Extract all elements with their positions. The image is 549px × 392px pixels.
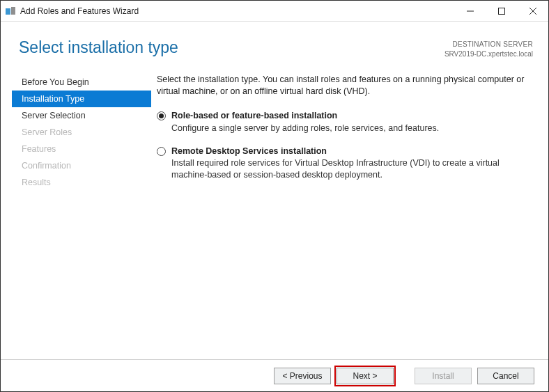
previous-button[interactable]: < Previous	[274, 368, 331, 384]
svg-rect-3	[498, 8, 504, 14]
option-title: Remote Desktop Services installation	[171, 146, 533, 157]
main-content: Select the installation type. You can in…	[151, 74, 533, 192]
body: Before You Begin Installation Type Serve…	[1, 65, 548, 192]
sidebar-item-results: Results	[12, 174, 151, 191]
destination-block: DESTINATION SERVER SRV2019-DC.xpertstec.…	[444, 38, 533, 58]
app-icon	[5, 6, 16, 17]
radio-role-based[interactable]	[157, 111, 166, 120]
titlebar: Add Roles and Features Wizard	[1, 1, 548, 22]
close-button[interactable]	[517, 1, 548, 21]
option-title: Role-based or feature-based installation	[171, 110, 533, 122]
option-desc: Install required role services for Virtu…	[171, 157, 533, 181]
destination-server-name: SRV2019-DC.xpertstec.local	[444, 49, 533, 59]
page-title: Select installation type	[19, 38, 444, 57]
maximize-button[interactable]	[486, 1, 517, 21]
sidebar-item-confirmation: Confirmation	[12, 157, 151, 174]
option-text: Role-based or feature-based installation…	[171, 110, 533, 134]
window-controls	[454, 1, 548, 21]
svg-rect-1	[11, 7, 15, 15]
minimize-button[interactable]	[454, 1, 486, 21]
option-desc: Configure a single server by adding role…	[171, 123, 533, 134]
intro-text: Select the installation type. You can in…	[157, 74, 533, 97]
svg-rect-0	[6, 8, 10, 15]
window-title: Add Roles and Features Wizard	[20, 6, 454, 16]
option-role-based[interactable]: Role-based or feature-based installation…	[157, 110, 533, 134]
sidebar-item-server-roles: Server Roles	[12, 124, 151, 141]
header: Select installation type DESTINATION SER…	[1, 22, 548, 65]
install-button: Install	[415, 368, 472, 384]
option-remote-desktop[interactable]: Remote Desktop Services installation Ins…	[157, 146, 533, 182]
footer: < Previous Next > Install Cancel	[1, 359, 548, 391]
radio-remote-desktop[interactable]	[157, 147, 166, 156]
sidebar-item-installation-type[interactable]: Installation Type	[12, 91, 151, 107]
sidebar: Before You Begin Installation Type Serve…	[12, 74, 151, 192]
option-text: Remote Desktop Services installation Ins…	[171, 146, 533, 182]
next-button[interactable]: Next >	[337, 368, 394, 384]
sidebar-item-features: Features	[12, 141, 151, 157]
sidebar-item-server-selection[interactable]: Server Selection	[12, 107, 151, 124]
sidebar-item-before-you-begin[interactable]: Before You Begin	[12, 74, 151, 91]
destination-label: DESTINATION SERVER	[444, 40, 533, 49]
cancel-button[interactable]: Cancel	[477, 368, 534, 384]
